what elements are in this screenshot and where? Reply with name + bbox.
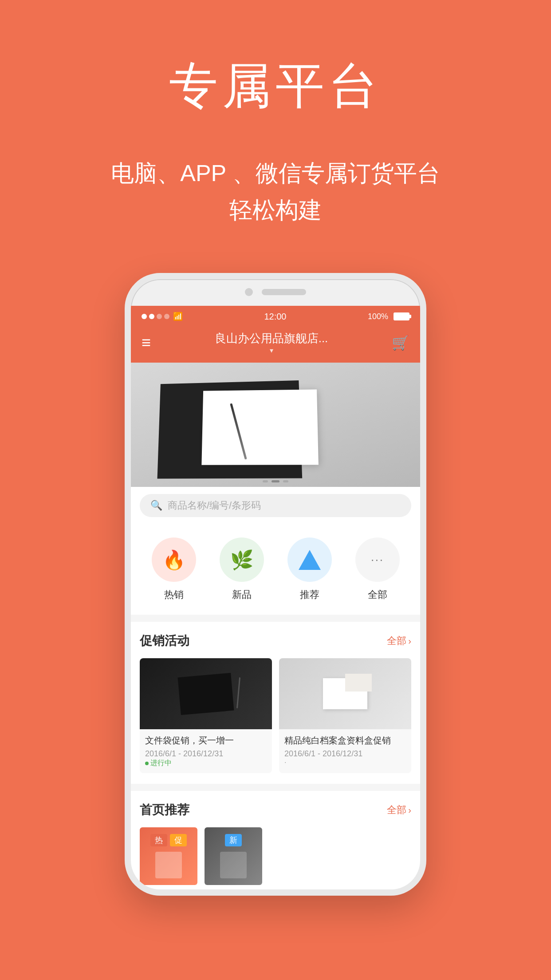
nav-dropdown-arrow[interactable]: ▾ xyxy=(270,346,273,355)
recommend-label: 推荐 xyxy=(300,588,319,601)
promo-card-1-status: 进行中 xyxy=(145,759,267,768)
recommendations-header: 首页推荐 全部 › xyxy=(140,802,411,818)
search-container: 🔍 商品名称/编号/条形码 xyxy=(131,487,420,524)
status-bar: 📶 12:00 100% xyxy=(131,306,420,327)
all-icon: ··· xyxy=(371,553,384,567)
promo-card-2-date: 2016/6/1 - 2016/12/31 xyxy=(284,749,406,759)
banner-image xyxy=(131,363,420,487)
bottom-product-1-inner: 热 促 xyxy=(150,834,187,878)
promo-card-1-info: 文件袋促销，买一增一 2016/6/1 - 2016/12/31 进行中 xyxy=(140,729,272,773)
promo-card-2-image xyxy=(279,658,411,729)
product-tags-1: 热 促 xyxy=(150,834,187,846)
recommendations-section: 首页推荐 全部 › 热 促 xyxy=(131,791,420,889)
store-name: 良山办公用品旗舰店... xyxy=(210,331,333,346)
banner-dot-2 xyxy=(272,480,279,482)
new-icon-circle: 🌿 xyxy=(220,537,264,582)
promotion-cards: 文件袋促销，买一增一 2016/6/1 - 2016/12/31 进行中 xyxy=(140,658,411,773)
hot-icon-circle: 🔥 xyxy=(152,537,196,582)
wifi-icon: 📶 xyxy=(173,312,183,321)
page-wrapper: 专属平台 电脑、APP 、微信专属订货平台 轻松构建 xyxy=(0,0,551,980)
battery-percent: 100% xyxy=(368,312,388,321)
promo-card-1-date: 2016/6/1 - 2016/12/31 xyxy=(145,749,267,759)
notebook-illustration xyxy=(157,371,394,478)
categories: 🔥 热销 🌿 新品 推荐 xyxy=(131,524,420,615)
product-icon-1 xyxy=(155,852,182,878)
new-icon: 🌿 xyxy=(230,549,253,571)
nav-center: 良山办公用品旗舰店... ▾ xyxy=(151,331,392,355)
bottom-product-2[interactable]: 新 xyxy=(205,827,262,885)
promotions-title: 促销活动 xyxy=(140,632,189,649)
new-label: 新品 xyxy=(232,588,252,601)
promotions-header: 促销活动 全部 › xyxy=(140,632,411,649)
bottom-product-row: 热 促 新 xyxy=(140,827,411,885)
promo-img-1-content xyxy=(179,675,232,713)
reco-more-arrow: › xyxy=(408,805,411,815)
bottom-product-2-inner: 新 xyxy=(220,834,247,878)
category-recommend[interactable]: 推荐 xyxy=(287,537,332,601)
hot-label: 热销 xyxy=(164,588,184,601)
cart-icon[interactable]: 🛒 xyxy=(392,334,409,351)
status-right: 100% xyxy=(368,312,409,321)
promotions-more[interactable]: 全部 › xyxy=(387,634,411,648)
hot-icon: 🔥 xyxy=(162,549,185,571)
phone-top-notch xyxy=(131,288,420,296)
banner-dot-3 xyxy=(283,480,288,482)
promo-card-2-info: 精品纯白档案盒资料盒促销 2016/6/1 - 2016/12/31 · xyxy=(279,729,411,772)
signal-dot-2 xyxy=(149,314,154,319)
banner[interactable] xyxy=(131,363,420,487)
phone-mockup: 📶 12:00 100% ≡ 良山办公用品旗舰店... ▾ 🛒 xyxy=(125,273,426,896)
phone-camera xyxy=(245,288,253,296)
category-hot[interactable]: 🔥 热销 xyxy=(152,537,196,601)
tag-promo: 促 xyxy=(170,834,187,846)
battery-icon xyxy=(394,312,409,320)
promo-pen xyxy=(236,677,240,708)
signal-dot-3 xyxy=(157,314,162,319)
promotions-more-arrow: › xyxy=(408,636,411,646)
menu-icon[interactable]: ≡ xyxy=(142,333,151,352)
promotions-section: 促销活动 全部 › xyxy=(131,622,420,784)
battery-fill xyxy=(394,313,409,320)
category-new[interactable]: 🌿 新品 xyxy=(220,537,264,601)
product-tags-2: 新 xyxy=(225,834,242,846)
all-icon-circle: ··· xyxy=(355,537,400,582)
promo-card-2-name: 精品纯白档案盒资料盒促销 xyxy=(284,735,406,747)
signal-dot-1 xyxy=(142,314,147,319)
all-label: 全部 xyxy=(368,588,387,601)
search-bar[interactable]: 🔍 商品名称/编号/条形码 xyxy=(140,494,411,517)
bottom-product-1[interactable]: 热 促 xyxy=(140,827,197,885)
recommend-icon-circle xyxy=(287,537,332,582)
recommendations-more[interactable]: 全部 › xyxy=(387,803,411,817)
banner-dots xyxy=(131,480,420,482)
signal-dots xyxy=(142,314,169,319)
phone-speaker xyxy=(262,289,306,295)
promo-img-2-content xyxy=(323,678,367,709)
status-green-dot xyxy=(145,762,149,765)
promo-card-1-image xyxy=(140,658,272,729)
promo-card-1-name: 文件袋促销，买一增一 xyxy=(145,735,267,747)
signal-dot-4 xyxy=(164,314,169,319)
promo-paper xyxy=(345,674,372,692)
tag-new: 新 xyxy=(225,834,242,846)
recommend-triangle-icon xyxy=(299,550,321,570)
promotion-card-2[interactable]: 精品纯白档案盒资料盒促销 2016/6/1 - 2016/12/31 · xyxy=(279,658,411,773)
hero-title: 专属平台 xyxy=(169,53,382,119)
search-placeholder: 商品名称/编号/条形码 xyxy=(168,499,261,512)
product-icon-2 xyxy=(220,852,247,878)
tag-hot: 热 xyxy=(150,834,167,846)
hero-subtitle: 电脑、APP 、微信专属订货平台 轻松构建 xyxy=(111,155,440,229)
recommendations-title: 首页推荐 xyxy=(140,802,189,818)
promo-dark-notebook xyxy=(178,673,234,715)
search-icon: 🔍 xyxy=(150,500,162,511)
promotion-card-1[interactable]: 文件袋促销，买一增一 2016/6/1 - 2016/12/31 进行中 xyxy=(140,658,272,773)
banner-dot-1 xyxy=(263,480,268,482)
status-time: 12:00 xyxy=(264,312,286,322)
notebook-white xyxy=(201,390,319,465)
nav-bar: ≡ 良山办公用品旗舰店... ▾ 🛒 xyxy=(131,327,420,363)
category-all[interactable]: ··· 全部 xyxy=(355,537,400,601)
phone-screen: 📶 12:00 100% ≡ 良山办公用品旗舰店... ▾ 🛒 xyxy=(131,306,420,889)
status-left: 📶 xyxy=(142,312,183,321)
promo-card-2-status: · xyxy=(284,759,406,767)
